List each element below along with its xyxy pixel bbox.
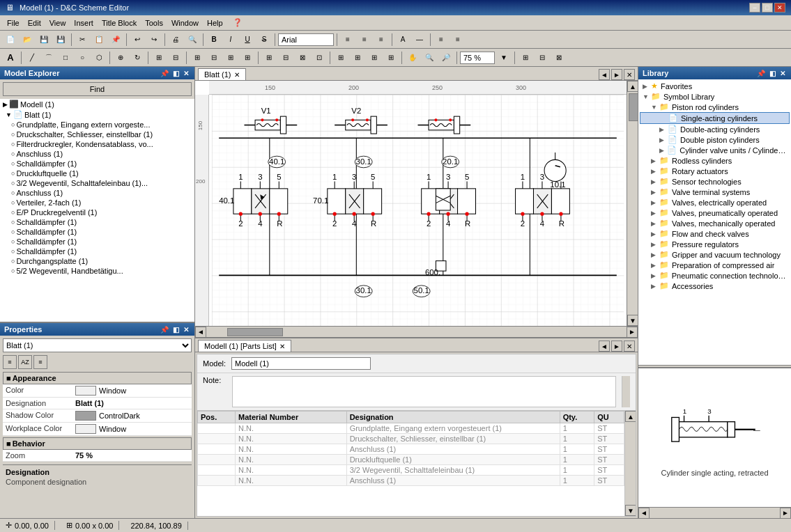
lib-tree-item[interactable]: ▶ 📁 Rodless cylinders: [640, 155, 790, 166]
lib-tree-item[interactable]: ▶ 📁 Accessories: [640, 281, 790, 291]
tb2-connect[interactable]: ⊞: [333, 50, 348, 65]
tb2-sym2[interactable]: ⊟: [278, 50, 293, 65]
tree-item-7[interactable]: ○ Anschluss (1): [0, 188, 194, 198]
drawing-canvas[interactable]: 150 200 250 300 150 200: [195, 81, 627, 326]
tb-color2[interactable]: —: [412, 32, 427, 47]
find-button[interactable]: Find: [3, 82, 192, 96]
tree-item-10[interactable]: ○ Schalldämpfer (1): [0, 217, 194, 227]
zoom-input[interactable]: [460, 52, 495, 64]
tree-item-13[interactable]: ○ Schalldämpfer (1): [0, 247, 194, 256]
tb-strikethrough[interactable]: S: [256, 32, 272, 47]
tb2-grid2[interactable]: ⊟: [206, 50, 222, 65]
tb-preview[interactable]: 🔍: [185, 32, 200, 47]
tb-align-center[interactable]: ≡: [357, 32, 372, 47]
table-row[interactable]: N.N. Anschluss (1) 1 ST: [198, 476, 624, 486]
tb-underline[interactable]: U: [240, 32, 255, 47]
lib-tree-item[interactable]: ▶ 📄 Double-acting cylinders: [640, 124, 790, 134]
draw-nav-close[interactable]: ✕: [624, 69, 635, 80]
tb-color[interactable]: A: [395, 32, 410, 47]
minimize-button[interactable]: –: [749, 3, 760, 13]
tree-item-2[interactable]: ○ Filterdruckregler, Kondensatablass, vo…: [0, 139, 194, 149]
lib-tree-item[interactable]: 📄 Single-acting cylinders: [640, 112, 790, 124]
drawing-tab-close[interactable]: ✕: [234, 71, 240, 79]
lib-tree-item[interactable]: ▶ 📁 Gripper and vacuum technology: [640, 249, 790, 260]
tree-item-15[interactable]: ○ 5/2 Wegeventil, Handbetätigu...: [0, 266, 194, 276]
maximize-button[interactable]: □: [762, 3, 773, 13]
lib-float-btn[interactable]: ◧: [768, 70, 777, 77]
tb-align-right[interactable]: ≡: [374, 32, 389, 47]
lib-tree-item[interactable]: ▶ ★ Favorites: [640, 81, 790, 91]
hscroll-thumb[interactable]: [227, 328, 283, 336]
tb-align-left[interactable]: ≡: [340, 32, 355, 47]
lib-pin-btn[interactable]: 📌: [755, 70, 767, 77]
parts-vscroll-track[interactable]: [625, 422, 636, 505]
tb-paste[interactable]: 📌: [108, 32, 123, 47]
menu-help[interactable]: Help: [203, 17, 227, 29]
tb2-align[interactable]: ⊞: [223, 50, 238, 65]
table-row[interactable]: N.N. Anschluss (1) 1 ST: [198, 444, 624, 455]
lib-tree-item[interactable]: ▶ 📁 Pressure regulators: [640, 239, 790, 249]
menu-view[interactable]: View: [45, 17, 70, 29]
parts-nav-right[interactable]: ►: [611, 341, 622, 352]
font-input[interactable]: [278, 33, 334, 46]
tb2-nav1[interactable]: ⊞: [518, 50, 533, 65]
tb-open[interactable]: 📂: [20, 32, 35, 47]
tree-item-0[interactable]: ○ Grundplatte, Eingang extern vorgeste..…: [0, 120, 194, 130]
tb2-grid[interactable]: ⊞: [190, 50, 205, 65]
tb-save[interactable]: 💾: [36, 32, 52, 47]
tb2-nav2[interactable]: ⊟: [535, 50, 550, 65]
menu-titleblock[interactable]: Title Block: [98, 17, 141, 29]
library-hscroll[interactable]: ◄ ►: [638, 507, 791, 518]
lib-hscroll-right[interactable]: ►: [780, 508, 791, 519]
table-row[interactable]: N.N. Druckluftquelle (1) 1 ST: [198, 455, 624, 465]
tb-undo[interactable]: ↩: [130, 32, 145, 47]
tb-more2[interactable]: ≡: [450, 32, 466, 47]
props-more-btn[interactable]: ≡: [33, 355, 47, 369]
appearance-header[interactable]: ■ Appearance: [3, 372, 192, 384]
hscroll-left[interactable]: ◄: [195, 327, 206, 338]
draw-nav-left[interactable]: ◄: [599, 69, 610, 80]
lib-tree-item[interactable]: ▼ 📁 Piston rod cylinders: [640, 102, 790, 112]
note-vscroll[interactable]: [622, 376, 630, 407]
drawing-tab-blatt[interactable]: Blatt (1) ✕: [198, 68, 246, 80]
lib-hscroll-left[interactable]: ◄: [638, 508, 650, 519]
tree-item-modell[interactable]: ▶ ⬛ Modell (1): [0, 99, 194, 109]
tb2-polygon[interactable]: ⬡: [91, 50, 107, 65]
tree-item-blatt[interactable]: ▼ 📄 Blatt (1): [0, 109, 194, 120]
menu-edit[interactable]: Edit: [24, 17, 45, 29]
menu-file[interactable]: File: [3, 17, 24, 29]
tb2-zoom-in[interactable]: 🔍: [422, 50, 437, 65]
tb2-move[interactable]: ⊕: [113, 50, 128, 65]
tree-item-8[interactable]: ○ Verteiler, 2-fach (1): [0, 198, 194, 208]
lib-tree-item[interactable]: ▶ 📁 Sensor technologies: [640, 176, 790, 187]
menu-tools[interactable]: Tools: [141, 17, 167, 29]
tb-italic[interactable]: I: [223, 32, 238, 47]
tree-item-3[interactable]: ○ Anschluss (1): [0, 149, 194, 159]
props-close-btn[interactable]: ✕: [182, 326, 190, 334]
tb2-hand[interactable]: ✋: [405, 50, 420, 65]
parts-tab-modell[interactable]: Modell (1) [Parts List] ✕: [198, 340, 291, 352]
table-row[interactable]: N.N. 3/2 Wegeventil, Schalttafeleinbau (…: [198, 465, 624, 476]
lib-hscroll-track[interactable]: [650, 508, 780, 518]
properties-select[interactable]: Blatt (1): [3, 338, 192, 352]
table-row[interactable]: N.N. Grundplatte, Eingang extern vorgest…: [198, 423, 624, 434]
tb-redo[interactable]: ↪: [146, 32, 162, 47]
tb2-rotate[interactable]: ↻: [130, 50, 145, 65]
tree-item-4[interactable]: ○ Schalldämpfer (1): [0, 159, 194, 169]
parts-model-input[interactable]: [231, 357, 371, 370]
tb2-sym3[interactable]: ⊠: [295, 50, 310, 65]
parts-vscroll-up[interactable]: ▲: [625, 411, 636, 422]
parts-nav-left[interactable]: ◄: [599, 341, 610, 352]
tb2-sym4[interactable]: ⊡: [312, 50, 327, 65]
lib-tree-item[interactable]: ▶ 📁 Rotary actuators: [640, 166, 790, 176]
lib-tree-item[interactable]: ▶ 📁 Valve terminal systems: [640, 187, 790, 197]
tb2-zoom-out[interactable]: 🔎: [438, 50, 454, 65]
parts-note-input[interactable]: [232, 376, 616, 407]
tb-copy[interactable]: 📋: [91, 32, 107, 47]
lib-tree-item[interactable]: ▶ 📁 Valves, pneumatically operated: [640, 208, 790, 218]
zoom-dropdown[interactable]: ▼: [496, 50, 512, 65]
lib-close-btn[interactable]: ✕: [778, 70, 787, 77]
table-row[interactable]: N.N. Druckschalter, Schliesser, einstell…: [198, 434, 624, 444]
menu-window[interactable]: Window: [167, 17, 203, 29]
tb2-rect[interactable]: □: [58, 50, 73, 65]
